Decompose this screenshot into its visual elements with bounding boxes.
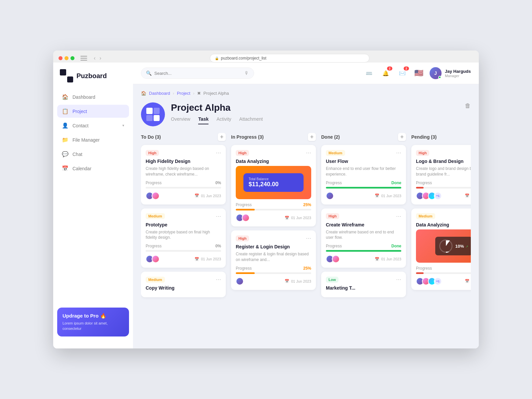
- card-title: Logo & Brand Design: [416, 159, 471, 164]
- user-info[interactable]: J Jay Harguds Manager: [430, 67, 471, 79]
- breadcrumb-sep2: ›: [193, 91, 194, 96]
- sidebar-item-project[interactable]: 📋 Project: [57, 105, 129, 118]
- task-card: High ⋯ High Fidelity Design Create high …: [141, 145, 226, 204]
- user-role: Manager: [445, 74, 471, 78]
- card-menu-icon[interactable]: ⋯: [216, 150, 221, 156]
- card-menu-icon[interactable]: ⋯: [396, 276, 401, 283]
- col-add-inprogress[interactable]: +: [308, 133, 316, 141]
- main-content: 🔍 🎙 ⌨️ 🔔 2 ✉️ 2: [133, 63, 479, 348]
- minimize-button[interactable]: [65, 56, 68, 60]
- sidebar-toggle-icon[interactable]: [80, 56, 87, 61]
- browser-controls: ‹ › 🔒 puzboard.com/project_list: [59, 54, 473, 63]
- tab-overview[interactable]: Overview: [171, 116, 190, 124]
- page-content: 🏠 Dashboard › Project › ✖ Project Alpha: [133, 84, 479, 348]
- logo-text: Puzboard: [76, 72, 107, 80]
- card-menu-icon[interactable]: ⋯: [216, 276, 221, 283]
- progress-header: Progress Done: [326, 181, 401, 185]
- notification-badge: 2: [387, 66, 392, 70]
- card-date: 📅 01 Jun 2023: [375, 257, 401, 261]
- avatar: [152, 255, 160, 263]
- nav-items: 🏠 Dashboard 📋 Project 👤 Contact ▾ 📁 File…: [53, 90, 133, 302]
- address-bar[interactable]: 🔒 puzboard.com/project_list: [210, 54, 369, 63]
- fullscreen-button[interactable]: [70, 56, 74, 60]
- upgrade-desc: Lorem ipsum dolor sit amet, consectetur: [63, 321, 124, 331]
- lock-icon: 🔒: [215, 57, 219, 60]
- avatars: [326, 255, 338, 263]
- date-text: 01 Jun 2023: [201, 194, 221, 198]
- tab-activity[interactable]: Activity: [216, 116, 231, 124]
- traffic-lights: [59, 56, 74, 60]
- notification-btn[interactable]: 🔔 2: [380, 67, 392, 79]
- upgrade-title: Updrage to Pro 🔥: [63, 313, 124, 319]
- task-card: Low ⋯ Marketing T...: [321, 272, 406, 297]
- tab-task[interactable]: Task: [198, 116, 208, 124]
- avatars: +1: [416, 192, 440, 200]
- sidebar-item-contact[interactable]: 👤 Contact ▾: [57, 119, 129, 132]
- card-menu-icon[interactable]: ⋯: [306, 235, 311, 241]
- progress-section: Progress: [416, 266, 471, 274]
- sidebar-item-filemanager[interactable]: 📁 File Manager: [57, 133, 129, 146]
- close-button[interactable]: [59, 56, 63, 60]
- progress-section: Progress 25%: [236, 202, 311, 210]
- task-card: Medium ⋯ User Flow Enhance end to end us…: [321, 145, 406, 204]
- app-layout: Puzboard 🏠 Dashboard 📋 Project 👤 Contact…: [53, 63, 479, 348]
- forward-button[interactable]: ›: [98, 55, 102, 62]
- keyboard-icon-btn[interactable]: ⌨️: [363, 67, 375, 79]
- card-title: User Flow: [326, 159, 401, 164]
- breadcrumb-dashboard[interactable]: Dashboard: [149, 91, 170, 96]
- tab-attachment[interactable]: Attachment: [239, 116, 263, 124]
- search-bar[interactable]: 🔍 🎙: [141, 67, 254, 79]
- language-btn[interactable]: 🇺🇸: [413, 67, 425, 79]
- sidebar-item-chat[interactable]: 💬 Chat: [57, 148, 129, 161]
- mic-icon[interactable]: 🎙: [244, 70, 249, 76]
- col-add-todo[interactable]: +: [218, 133, 226, 141]
- card-menu-icon[interactable]: ⋯: [216, 213, 221, 219]
- back-button[interactable]: ‹: [92, 55, 97, 62]
- card-menu-icon[interactable]: ⋯: [306, 150, 311, 156]
- col-header-done: Done (2) +: [321, 133, 406, 141]
- calendar-icon: 📅: [375, 194, 379, 198]
- priority-badge: Medium: [326, 150, 345, 156]
- avatars: [146, 255, 158, 263]
- sidebar-item-label: Dashboard: [72, 94, 95, 100]
- card-menu-icon[interactable]: ⋯: [396, 213, 401, 219]
- card-title: Data Analyzing: [416, 222, 471, 227]
- message-btn[interactable]: ✉️ 2: [396, 67, 408, 79]
- task-card: High ⋯ Create Wireframe Create wireframe…: [321, 208, 406, 268]
- card-top: Medium ⋯: [416, 213, 471, 219]
- card-menu-icon[interactable]: ⋯: [396, 150, 401, 156]
- priority-badge: Medium: [146, 213, 165, 219]
- search-input[interactable]: [154, 71, 242, 76]
- breadcrumb-project[interactable]: Project: [177, 91, 190, 96]
- file-icon: 📁: [62, 137, 68, 143]
- progress-pct: Done: [391, 181, 401, 185]
- delete-button[interactable]: 🗑: [465, 102, 471, 109]
- upgrade-card[interactable]: Updrage to Pro 🔥 Lorem ipsum dolor sit a…: [57, 308, 129, 336]
- logo-area: Puzboard: [53, 69, 133, 90]
- card-top: High ⋯: [146, 150, 221, 156]
- pie-arrow-icon: ↗: [466, 245, 468, 248]
- breadcrumb-current: Project Alpha: [203, 91, 229, 96]
- card-footer: +1 📅 01 Jun 2023: [416, 192, 471, 200]
- calendar-icon: 📅: [285, 216, 289, 220]
- progress-pct: 25%: [303, 202, 311, 207]
- task-card: Medium ⋯ Copy Writing: [141, 272, 226, 297]
- col-header-pending: Pending (3) +: [411, 133, 471, 141]
- user-name: Jay Harguds: [445, 69, 471, 74]
- avatars: [236, 214, 248, 222]
- sidebar-item-dashboard[interactable]: 🏠 Dashboard: [57, 90, 129, 103]
- chat-icon: 💬: [62, 151, 68, 157]
- finance-card: Total Balance $11,240.00: [243, 173, 304, 192]
- card-footer: 📅 01 Jun 2023: [326, 255, 401, 263]
- progress-bar-bg: [146, 250, 221, 252]
- avatar-count: +1: [434, 277, 442, 285]
- col-add-done[interactable]: +: [398, 133, 406, 141]
- card-top: High ⋯: [326, 213, 401, 219]
- priority-badge: High: [236, 235, 249, 241]
- sidebar-item-calendar[interactable]: 📅 Calendar: [57, 162, 129, 175]
- priority-badge: High: [236, 150, 249, 156]
- project-logo: [141, 102, 165, 126]
- breadcrumb-sep1: ›: [173, 91, 174, 96]
- finance-label: Total Balance: [249, 177, 299, 181]
- priority-badge: Medium: [146, 277, 165, 283]
